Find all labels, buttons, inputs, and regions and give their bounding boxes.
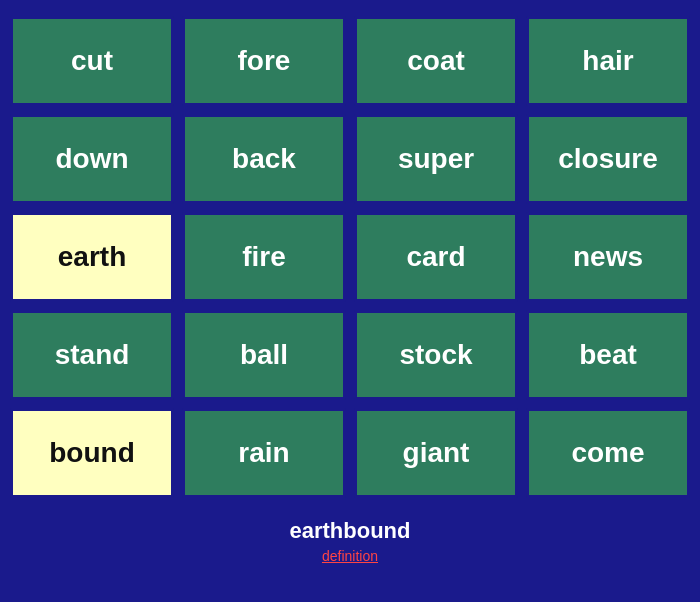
cell-label-back: back [232,143,296,175]
grid-cell-beat[interactable]: beat [526,310,690,400]
cell-label-news: news [573,241,643,273]
cell-label-closure: closure [558,143,658,175]
grid-cell-card[interactable]: card [354,212,518,302]
grid-cell-giant[interactable]: giant [354,408,518,498]
grid-cell-ball[interactable]: ball [182,310,346,400]
grid-cell-back[interactable]: back [182,114,346,204]
grid-cell-come[interactable]: come [526,408,690,498]
grid-cell-cut[interactable]: cut [10,16,174,106]
grid-cell-down[interactable]: down [10,114,174,204]
grid-cell-super[interactable]: super [354,114,518,204]
grid-cell-fire[interactable]: fire [182,212,346,302]
cell-label-rain: rain [238,437,289,469]
footer-section: earthbound definition [290,518,411,564]
grid-cell-closure[interactable]: closure [526,114,690,204]
cell-label-fire: fire [242,241,286,273]
cell-label-giant: giant [403,437,470,469]
grid-cell-rain[interactable]: rain [182,408,346,498]
grid-cell-bound[interactable]: bound [10,408,174,498]
cell-label-coat: coat [407,45,465,77]
cell-label-down: down [55,143,128,175]
cell-label-cut: cut [71,45,113,77]
cell-label-come: come [571,437,644,469]
cell-label-hair: hair [582,45,633,77]
grid-cell-stock[interactable]: stock [354,310,518,400]
grid-cell-coat[interactable]: coat [354,16,518,106]
grid-cell-fore[interactable]: fore [182,16,346,106]
grid-cell-earth[interactable]: earth [10,212,174,302]
word-grid: cutforecoathairdownbacksuperclosureearth… [0,6,700,508]
cell-label-beat: beat [579,339,637,371]
cell-label-super: super [398,143,474,175]
cell-label-card: card [406,241,465,273]
combined-word: earthbound [290,518,411,544]
cell-label-stock: stock [399,339,472,371]
grid-cell-hair[interactable]: hair [526,16,690,106]
cell-label-stand: stand [55,339,130,371]
definition-link[interactable]: definition [322,548,378,564]
grid-cell-stand[interactable]: stand [10,310,174,400]
cell-label-earth: earth [58,241,126,273]
cell-label-fore: fore [238,45,291,77]
grid-cell-news[interactable]: news [526,212,690,302]
cell-label-bound: bound [49,437,135,469]
cell-label-ball: ball [240,339,288,371]
